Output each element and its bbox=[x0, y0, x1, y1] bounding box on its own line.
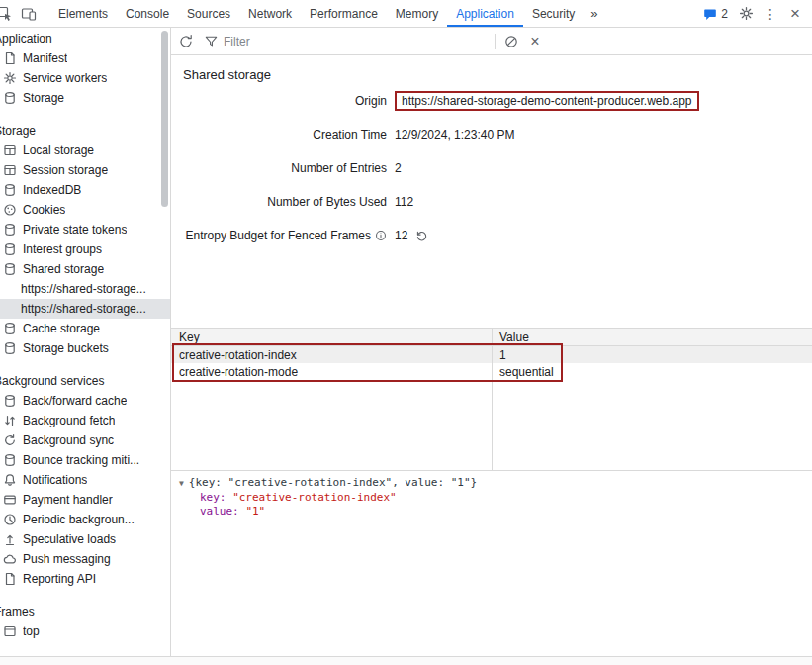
sidebar-item-top-frame[interactable]: top bbox=[0, 621, 170, 641]
sidebar-item-label: Interest groups bbox=[23, 242, 102, 256]
section-header-background-services[interactable]: Background services bbox=[0, 372, 170, 391]
sidebar-item-push-messaging[interactable]: Push messaging bbox=[0, 549, 170, 569]
property-name: value: bbox=[200, 505, 239, 518]
database-icon bbox=[3, 322, 17, 335]
sidebar-item-back-forward-cache[interactable]: Back/forward cache bbox=[0, 391, 170, 411]
property-value: "1" bbox=[245, 505, 265, 518]
field-label: Entropy Budget for Fenced Frames bbox=[186, 229, 371, 242]
issues-count: 2 bbox=[721, 7, 728, 21]
issues-bubble-icon bbox=[703, 7, 717, 21]
field-label: Creation Time bbox=[171, 128, 387, 142]
sidebar-item-service-workers[interactable]: Service workers bbox=[0, 68, 170, 88]
sidebar-item-reporting-api[interactable]: Reporting API bbox=[0, 569, 170, 589]
sidebar-item-label: Service workers bbox=[23, 71, 107, 85]
sidebar-section-storage: Storage Local storage Session storage In… bbox=[0, 122, 170, 358]
sidebar-item-indexeddb[interactable]: IndexedDB bbox=[0, 180, 170, 200]
sidebar-item-storage-buckets[interactable]: Storage buckets bbox=[0, 338, 170, 358]
section-header-frames[interactable]: Frames bbox=[0, 603, 170, 621]
application-panel: Application Manifest Service workers Sto… bbox=[0, 28, 812, 656]
close-icon: × bbox=[790, 4, 800, 24]
block-icon bbox=[503, 34, 519, 49]
sidebar-item-background-fetch[interactable]: Background fetch bbox=[0, 411, 170, 430]
field-label: Number of Bytes Used bbox=[171, 195, 387, 209]
sidebar-item-payment-handler[interactable]: Payment handler bbox=[0, 490, 170, 510]
card-icon bbox=[3, 493, 17, 507]
bottom-divider bbox=[0, 656, 812, 665]
sidebar-item-background-sync[interactable]: Background sync bbox=[0, 430, 170, 450]
sidebar-item-manifest[interactable]: Manifest bbox=[0, 48, 170, 68]
sidebar-item-shared-storage-origin-2[interactable]: https://shared-storage... bbox=[0, 299, 170, 319]
frame-icon bbox=[3, 624, 17, 638]
preview-property: value: "1" bbox=[179, 505, 804, 519]
delete-all-button[interactable] bbox=[499, 30, 523, 53]
sidebar-item-storage[interactable]: Storage bbox=[0, 88, 170, 108]
sidebar-item-local-storage[interactable]: Local storage bbox=[0, 141, 170, 160]
database-icon bbox=[3, 394, 17, 408]
column-divider[interactable] bbox=[492, 329, 493, 470]
database-icon bbox=[3, 223, 17, 237]
sidebar-item-label: Periodic backgroun... bbox=[23, 513, 135, 526]
sidebar-item-notifications[interactable]: Notifications bbox=[0, 470, 170, 490]
clock-icon bbox=[3, 513, 17, 526]
sidebar-item-label: Reporting API bbox=[23, 572, 96, 586]
creation-time-value: 12/9/2024, 1:23:40 PM bbox=[395, 128, 514, 142]
page-title: Shared storage bbox=[183, 67, 812, 84]
inspect-element-button[interactable] bbox=[0, 2, 17, 26]
sidebar-item-bounce-tracking[interactable]: Bounce tracking miti... bbox=[0, 450, 170, 470]
refresh-button[interactable] bbox=[174, 30, 198, 53]
sidebar-item-label: https://shared-storage... bbox=[21, 302, 146, 316]
expander-triangle-icon[interactable]: ▼ bbox=[179, 477, 184, 491]
column-header-key[interactable]: Key bbox=[171, 331, 492, 344]
sidebar-item-label: Cache storage bbox=[23, 322, 100, 335]
more-tabs-button[interactable]: » bbox=[584, 0, 604, 27]
kebab-menu-button[interactable]: ⋮ bbox=[760, 3, 781, 25]
reset-icon[interactable] bbox=[415, 230, 428, 242]
section-header-application[interactable]: Application bbox=[0, 30, 170, 48]
sync-icon bbox=[3, 433, 17, 447]
tabbar-right-icons: 2 ⋮ × bbox=[699, 3, 812, 25]
sidebar-item-label: Session storage bbox=[23, 163, 108, 177]
tab-network[interactable]: Network bbox=[239, 0, 301, 27]
delete-selected-button[interactable]: × bbox=[523, 30, 547, 53]
issues-counter-button[interactable]: 2 bbox=[699, 7, 732, 21]
sidebar-item-label: Notifications bbox=[23, 473, 87, 487]
info-icon[interactable] bbox=[375, 230, 387, 241]
arrows-icon bbox=[3, 414, 17, 428]
column-header-value[interactable]: Value bbox=[492, 331, 812, 344]
metadata-row-entries: Number of Entries 2 bbox=[171, 151, 812, 185]
devices-icon bbox=[21, 6, 37, 22]
sidebar-item-label: IndexedDB bbox=[23, 183, 81, 197]
section-header-storage[interactable]: Storage bbox=[0, 122, 170, 141]
document-icon bbox=[3, 572, 17, 586]
database-icon bbox=[3, 262, 17, 276]
device-toolbar-button[interactable] bbox=[17, 2, 41, 26]
sidebar-item-cache-storage[interactable]: Cache storage bbox=[0, 319, 170, 338]
gear-icon bbox=[739, 6, 754, 21]
tab-application[interactable]: Application bbox=[447, 0, 523, 27]
sidebar-item-private-state-tokens[interactable]: Private state tokens bbox=[0, 220, 170, 239]
devtools-window: Elements Console Sources Network Perform… bbox=[0, 0, 812, 665]
filter-input[interactable] bbox=[224, 35, 489, 48]
tab-performance[interactable]: Performance bbox=[301, 0, 387, 27]
tab-elements[interactable]: Elements bbox=[49, 0, 117, 27]
sidebar-item-shared-storage-origin-1[interactable]: https://shared-storage... bbox=[0, 279, 170, 299]
tab-console[interactable]: Console bbox=[117, 0, 178, 27]
sidebar-item-label: Local storage bbox=[23, 143, 94, 157]
sidebar-item-interest-groups[interactable]: Interest groups bbox=[0, 239, 170, 259]
sidebar-item-periodic-background-sync[interactable]: Periodic backgroun... bbox=[0, 510, 170, 529]
tab-security[interactable]: Security bbox=[523, 0, 584, 27]
sidebar-scrollbar[interactable] bbox=[161, 31, 168, 207]
tab-sources[interactable]: Sources bbox=[178, 0, 239, 27]
gear-icon bbox=[3, 71, 17, 85]
sidebar-item-shared-storage[interactable]: Shared storage bbox=[0, 259, 170, 279]
sidebar-section-application: Application Manifest Service workers Sto… bbox=[0, 30, 170, 108]
sidebar-item-session-storage[interactable]: Session storage bbox=[0, 160, 170, 180]
sidebar-item-cookies[interactable]: Cookies bbox=[0, 200, 170, 220]
devtools-tabbar: Elements Console Sources Network Perform… bbox=[0, 0, 812, 28]
database-icon bbox=[3, 453, 17, 467]
close-devtools-button[interactable]: × bbox=[784, 3, 806, 25]
sidebar-item-speculative-loads[interactable]: Speculative loads bbox=[0, 529, 170, 549]
tab-memory[interactable]: Memory bbox=[387, 0, 447, 27]
cookie-icon bbox=[3, 203, 17, 217]
settings-button[interactable] bbox=[735, 3, 757, 25]
